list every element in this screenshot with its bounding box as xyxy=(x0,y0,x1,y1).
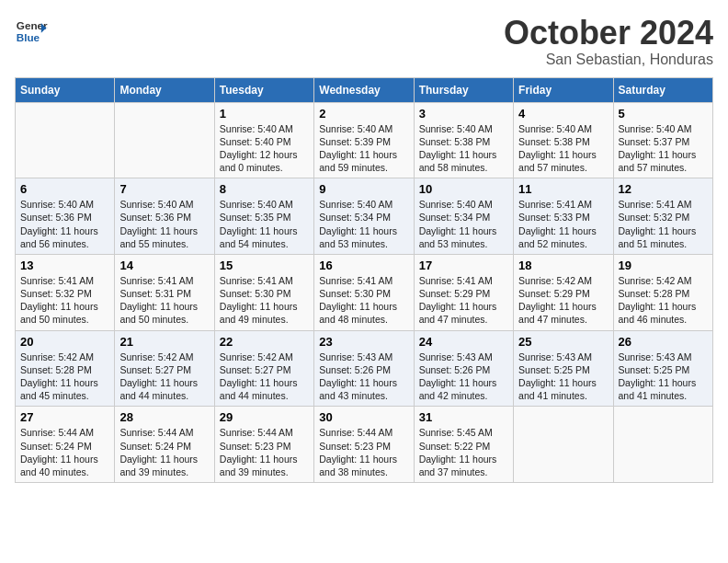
calendar-cell xyxy=(613,407,712,483)
day-content: Sunrise: 5:40 AM Sunset: 5:39 PM Dayligh… xyxy=(319,122,408,175)
day-number: 11 xyxy=(518,182,608,196)
logo: General Blue xyxy=(15,15,48,48)
weekday-header: Monday xyxy=(115,77,214,102)
calendar-cell: 18Sunrise: 5:42 AM Sunset: 5:29 PM Dayli… xyxy=(514,254,613,330)
calendar-cell: 23Sunrise: 5:43 AM Sunset: 5:26 PM Dayli… xyxy=(314,330,414,407)
logo-icon: General Blue xyxy=(15,15,48,48)
day-content: Sunrise: 5:41 AM Sunset: 5:32 PM Dayligh… xyxy=(20,274,109,327)
day-number: 1 xyxy=(220,107,309,121)
calendar-cell: 11Sunrise: 5:41 AM Sunset: 5:33 PM Dayli… xyxy=(514,178,613,255)
day-number: 10 xyxy=(419,182,508,196)
calendar-cell: 7Sunrise: 5:40 AM Sunset: 5:36 PM Daylig… xyxy=(115,178,214,255)
day-content: Sunrise: 5:42 AM Sunset: 5:28 PM Dayligh… xyxy=(20,350,109,403)
day-number: 16 xyxy=(319,259,408,272)
calendar-cell: 10Sunrise: 5:40 AM Sunset: 5:34 PM Dayli… xyxy=(414,178,513,255)
day-number: 13 xyxy=(20,259,109,272)
day-content: Sunrise: 5:40 AM Sunset: 5:36 PM Dayligh… xyxy=(119,198,209,250)
calendar-body: 1Sunrise: 5:40 AM Sunset: 5:40 PM Daylig… xyxy=(16,102,713,482)
day-content: Sunrise: 5:42 AM Sunset: 5:27 PM Dayligh… xyxy=(220,350,309,403)
day-number: 19 xyxy=(619,259,708,272)
calendar-week-row: 27Sunrise: 5:44 AM Sunset: 5:24 PM Dayli… xyxy=(16,407,713,483)
calendar-cell: 15Sunrise: 5:41 AM Sunset: 5:30 PM Dayli… xyxy=(214,254,313,330)
calendar-cell: 24Sunrise: 5:43 AM Sunset: 5:26 PM Dayli… xyxy=(414,330,513,407)
calendar-cell: 17Sunrise: 5:41 AM Sunset: 5:29 PM Dayli… xyxy=(414,254,513,330)
calendar-cell: 6Sunrise: 5:40 AM Sunset: 5:36 PM Daylig… xyxy=(16,178,115,255)
calendar-cell: 13Sunrise: 5:41 AM Sunset: 5:32 PM Dayli… xyxy=(16,254,115,330)
calendar-week-row: 1Sunrise: 5:40 AM Sunset: 5:40 PM Daylig… xyxy=(16,102,713,178)
day-number: 3 xyxy=(419,107,508,121)
day-content: Sunrise: 5:42 AM Sunset: 5:27 PM Dayligh… xyxy=(119,350,209,403)
day-content: Sunrise: 5:45 AM Sunset: 5:22 PM Dayligh… xyxy=(419,426,508,478)
calendar-week-row: 6Sunrise: 5:40 AM Sunset: 5:36 PM Daylig… xyxy=(16,178,713,255)
title-block: October 2024 San Sebastian, Honduras xyxy=(504,15,713,68)
day-content: Sunrise: 5:44 AM Sunset: 5:23 PM Dayligh… xyxy=(319,426,408,478)
day-content: Sunrise: 5:42 AM Sunset: 5:29 PM Dayligh… xyxy=(518,274,608,327)
day-number: 2 xyxy=(319,107,408,121)
day-number: 30 xyxy=(319,410,408,424)
calendar-cell: 31Sunrise: 5:45 AM Sunset: 5:22 PM Dayli… xyxy=(414,407,513,483)
calendar-cell: 16Sunrise: 5:41 AM Sunset: 5:30 PM Dayli… xyxy=(314,254,414,330)
day-content: Sunrise: 5:41 AM Sunset: 5:30 PM Dayligh… xyxy=(319,274,408,327)
weekday-header: Thursday xyxy=(414,77,513,102)
day-number: 9 xyxy=(319,182,408,196)
day-number: 15 xyxy=(220,259,309,272)
calendar-cell: 9Sunrise: 5:40 AM Sunset: 5:34 PM Daylig… xyxy=(314,178,414,255)
day-content: Sunrise: 5:41 AM Sunset: 5:30 PM Dayligh… xyxy=(220,274,309,327)
calendar-cell: 29Sunrise: 5:44 AM Sunset: 5:23 PM Dayli… xyxy=(214,407,313,483)
weekday-header: Sunday xyxy=(16,77,115,102)
day-number: 14 xyxy=(119,259,209,272)
day-number: 17 xyxy=(419,259,508,272)
calendar-cell: 27Sunrise: 5:44 AM Sunset: 5:24 PM Dayli… xyxy=(16,407,115,483)
weekday-header: Friday xyxy=(514,77,613,102)
day-number: 29 xyxy=(220,410,309,424)
calendar-cell: 26Sunrise: 5:43 AM Sunset: 5:25 PM Dayli… xyxy=(613,330,712,407)
day-number: 21 xyxy=(119,335,209,349)
day-content: Sunrise: 5:40 AM Sunset: 5:36 PM Dayligh… xyxy=(20,198,109,250)
weekday-header: Saturday xyxy=(613,77,712,102)
weekday-header: Tuesday xyxy=(214,77,313,102)
calendar-cell xyxy=(16,102,115,178)
day-content: Sunrise: 5:43 AM Sunset: 5:25 PM Dayligh… xyxy=(518,350,608,403)
day-number: 7 xyxy=(119,182,209,196)
month-year-title: October 2024 xyxy=(504,15,713,52)
day-number: 5 xyxy=(619,107,708,121)
day-content: Sunrise: 5:40 AM Sunset: 5:38 PM Dayligh… xyxy=(518,122,608,175)
calendar-cell: 19Sunrise: 5:42 AM Sunset: 5:28 PM Dayli… xyxy=(613,254,712,330)
calendar-cell: 14Sunrise: 5:41 AM Sunset: 5:31 PM Dayli… xyxy=(115,254,214,330)
svg-text:Blue: Blue xyxy=(17,31,40,43)
day-content: Sunrise: 5:40 AM Sunset: 5:40 PM Dayligh… xyxy=(220,122,309,175)
calendar-cell xyxy=(115,102,214,178)
day-content: Sunrise: 5:42 AM Sunset: 5:28 PM Dayligh… xyxy=(619,274,708,327)
day-content: Sunrise: 5:40 AM Sunset: 5:34 PM Dayligh… xyxy=(319,198,408,250)
day-content: Sunrise: 5:43 AM Sunset: 5:26 PM Dayligh… xyxy=(419,350,508,403)
calendar-week-row: 13Sunrise: 5:41 AM Sunset: 5:32 PM Dayli… xyxy=(16,254,713,330)
calendar-cell: 28Sunrise: 5:44 AM Sunset: 5:24 PM Dayli… xyxy=(115,407,214,483)
day-content: Sunrise: 5:44 AM Sunset: 5:23 PM Dayligh… xyxy=(220,426,309,478)
day-content: Sunrise: 5:41 AM Sunset: 5:32 PM Dayligh… xyxy=(619,198,708,250)
calendar-cell: 8Sunrise: 5:40 AM Sunset: 5:35 PM Daylig… xyxy=(214,178,313,255)
day-number: 31 xyxy=(419,410,508,424)
calendar-cell: 1Sunrise: 5:40 AM Sunset: 5:40 PM Daylig… xyxy=(214,102,313,178)
day-number: 4 xyxy=(518,107,608,121)
day-number: 25 xyxy=(518,335,608,349)
day-number: 28 xyxy=(119,410,209,424)
header-row: SundayMondayTuesdayWednesdayThursdayFrid… xyxy=(16,77,713,102)
day-content: Sunrise: 5:40 AM Sunset: 5:34 PM Dayligh… xyxy=(419,198,508,250)
calendar-cell: 3Sunrise: 5:40 AM Sunset: 5:38 PM Daylig… xyxy=(414,102,513,178)
calendar-week-row: 20Sunrise: 5:42 AM Sunset: 5:28 PM Dayli… xyxy=(16,330,713,407)
calendar-cell: 4Sunrise: 5:40 AM Sunset: 5:38 PM Daylig… xyxy=(514,102,613,178)
day-number: 20 xyxy=(20,335,109,349)
day-content: Sunrise: 5:40 AM Sunset: 5:37 PM Dayligh… xyxy=(619,122,708,175)
day-content: Sunrise: 5:43 AM Sunset: 5:26 PM Dayligh… xyxy=(319,350,408,403)
day-number: 27 xyxy=(20,410,109,424)
day-content: Sunrise: 5:40 AM Sunset: 5:35 PM Dayligh… xyxy=(220,198,309,250)
calendar-cell: 20Sunrise: 5:42 AM Sunset: 5:28 PM Dayli… xyxy=(16,330,115,407)
day-content: Sunrise: 5:41 AM Sunset: 5:31 PM Dayligh… xyxy=(119,274,209,327)
day-content: Sunrise: 5:44 AM Sunset: 5:24 PM Dayligh… xyxy=(20,426,109,478)
day-content: Sunrise: 5:40 AM Sunset: 5:38 PM Dayligh… xyxy=(419,122,508,175)
day-number: 22 xyxy=(220,335,309,349)
calendar-header: SundayMondayTuesdayWednesdayThursdayFrid… xyxy=(16,77,713,102)
page-header: General Blue October 2024 San Sebastian,… xyxy=(15,15,713,68)
location-subtitle: San Sebastian, Honduras xyxy=(504,52,713,68)
day-content: Sunrise: 5:44 AM Sunset: 5:24 PM Dayligh… xyxy=(119,426,209,478)
